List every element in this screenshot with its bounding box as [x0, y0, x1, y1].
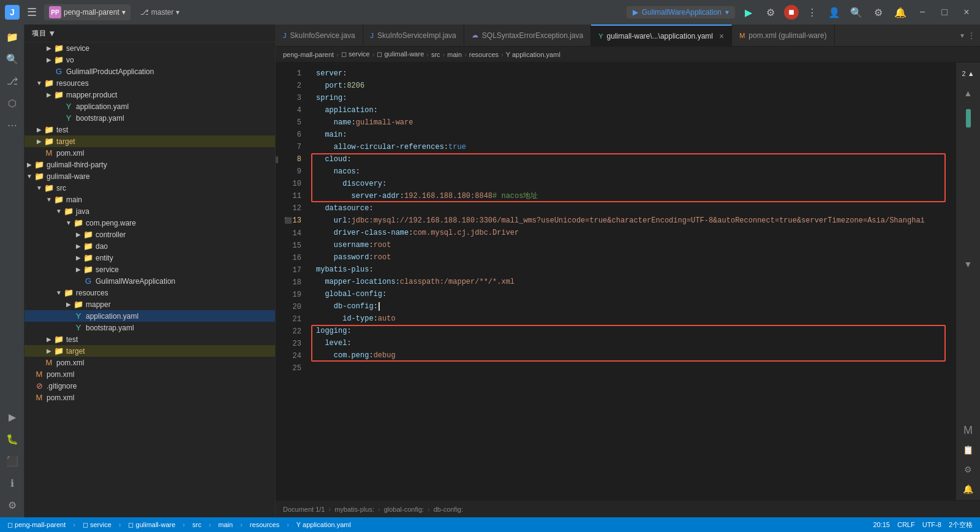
run-button[interactable]: ▶	[740, 4, 757, 21]
tab-sku-service[interactable]: J SkuInfoService.java	[276, 25, 363, 46]
editor-main[interactable]: 1 2 3 4 5 6 7 8 ⬛ 9 10 11 12 ⬛1	[276, 63, 956, 500]
status-module[interactable]: ◻ gulimall-ware	[128, 521, 175, 529]
maximize-button[interactable]: □	[936, 4, 953, 21]
right-panel-icon-1[interactable]: M	[960, 422, 977, 439]
status-line-ending[interactable]: CRLF	[897, 521, 915, 528]
scroll-down-button[interactable]: ▼	[960, 256, 977, 273]
app-name-badge[interactable]: ▶ GulimallWareApplication ▾	[627, 6, 735, 18]
status-indent[interactable]: 2个空格	[949, 520, 973, 530]
search-icon[interactable]: 🔍	[848, 4, 865, 21]
breadcrumb-item[interactable]: ◻ service	[341, 50, 370, 58]
tree-item-test2[interactable]: ▶ 📁 test	[24, 333, 275, 345]
tabs-more-button[interactable]: ⋮	[968, 31, 975, 40]
tree-item-application-yaml2[interactable]: Y application.yaml	[24, 310, 275, 322]
project-selector[interactable]: PP peng-mall-parent ▾	[44, 4, 130, 20]
tab-application-yaml[interactable]: Y gulimall-ware\...\application.yaml ×	[591, 25, 732, 46]
tree-item-entity[interactable]: ▶ 📁 entity	[24, 252, 275, 264]
breadcrumb-item[interactable]: main	[447, 51, 462, 58]
tree-item-mapper[interactable]: ▶ 📁 mapper	[24, 298, 275, 310]
tab-list-button[interactable]: ▾	[960, 31, 964, 40]
tree-item-java[interactable]: ▼ 📁 java	[24, 205, 275, 217]
tree-item-pom4[interactable]: M pom.xml	[24, 392, 275, 403]
status-position[interactable]: 20:15	[873, 521, 890, 528]
tree-item-resources2[interactable]: ▼ 📁 resources	[24, 287, 275, 298]
sidebar-icon-run[interactable]: ▶	[2, 407, 22, 427]
tree-item-controller[interactable]: ▶ 📁 controller	[24, 229, 275, 240]
tab-sku-service-impl[interactable]: J SkuInfoServiceImpl.java	[363, 25, 464, 46]
tree-item-com-peng-ware[interactable]: ▼ 📁 com.peng.ware	[24, 217, 275, 229]
tree-item-pom3[interactable]: M pom.xml	[24, 368, 275, 380]
sidebar-icon-git[interactable]: ⎇	[2, 71, 22, 91]
breadcrumb-item[interactable]: resources	[469, 51, 499, 58]
tree-item-service2[interactable]: ▶ 📁 service	[24, 264, 275, 275]
tree-item-third-party[interactable]: ▶ 📁 gulimall-third-party	[24, 159, 275, 170]
gear-icon[interactable]: ⚙	[870, 4, 887, 21]
arrow-icon: ▶	[44, 91, 54, 98]
breadcrumb-path-db[interactable]: db-config:	[434, 506, 463, 513]
sidebar-icon-extensions[interactable]: ⬡	[2, 93, 22, 113]
tree-item-resources1[interactable]: ▼ 📁 resources	[24, 77, 275, 89]
status-encoding[interactable]: UTF-8	[922, 521, 941, 528]
tab-pom[interactable]: M pom.xml (gulimall-ware)	[732, 25, 835, 46]
tree-item-gulimall-ware[interactable]: ▼ 📁 gulimall-ware	[24, 170, 275, 182]
tree-item-pom2[interactable]: M pom.xml	[24, 357, 275, 368]
tree-item-gulimall-product-app[interactable]: G GulimallProductApplication	[24, 66, 275, 77]
breadcrumb-item[interactable]: ◻ gulimall-ware	[377, 50, 424, 58]
scroll-up-button[interactable]: ▲	[960, 85, 977, 102]
breadcrumb-path-mybatis[interactable]: mybatis-plus:	[334, 506, 374, 513]
error-count-icon[interactable]: 2 ▲	[960, 65, 977, 82]
file-tree-content[interactable]: ▶ 📁 service ▶ 📁 vo G GulimallProductAppl…	[24, 42, 275, 517]
status-main[interactable]: main	[218, 521, 233, 528]
branch-selector[interactable]: ⎇ master ▾	[135, 6, 185, 18]
tree-item-pom1[interactable]: M pom.xml	[24, 147, 275, 159]
tree-item-src[interactable]: ▼ 📁 src	[24, 182, 275, 194]
tree-item-vo[interactable]: ▶ 📁 vo	[24, 54, 275, 66]
sidebar-icon-more[interactable]: ⋯	[2, 115, 22, 135]
tree-item-test1[interactable]: ▶ 📁 test	[24, 124, 275, 135]
status-src[interactable]: src	[192, 521, 202, 528]
close-button[interactable]: ×	[958, 4, 975, 21]
tree-item-bootstrap-yaml2[interactable]: Y bootstrap.yaml	[24, 322, 275, 333]
tree-item-application-yaml1[interactable]: Y application.yaml	[24, 101, 275, 112]
breadcrumb-item[interactable]: src	[431, 51, 440, 58]
tree-item-gulimall-ware-app[interactable]: G GulimallWareApplication	[24, 275, 275, 287]
tree-item-target1[interactable]: ▶ 📁 target	[24, 135, 275, 147]
tree-item-label: gulimall-third-party	[47, 161, 107, 169]
tab-close-button[interactable]: ×	[719, 31, 724, 41]
right-panel-icon-2[interactable]: 📋	[960, 441, 977, 458]
folder-icon: 📁	[54, 335, 64, 344]
tree-item-bootstrap-yaml1[interactable]: Y bootstrap.yaml	[24, 112, 275, 124]
minimize-button[interactable]: −	[914, 4, 931, 21]
right-panel-icon-3[interactable]: ⚙	[960, 461, 977, 478]
code-area[interactable]: server: port: 8206 spring: application:	[306, 63, 956, 500]
sidebar-icon-settings[interactable]: ⚙	[2, 495, 22, 515]
sidebar-icon-search[interactable]: 🔍	[2, 49, 22, 69]
status-file[interactable]: Y application.yaml	[296, 521, 351, 528]
user-icon[interactable]: 👤	[826, 4, 843, 21]
menu-icon[interactable]: ☰	[24, 3, 39, 21]
sidebar-icon-terminal[interactable]: ⬛	[2, 451, 22, 471]
stop-button[interactable]: ■	[784, 5, 799, 20]
sidebar-icon-project[interactable]: 📁	[2, 27, 22, 47]
tree-item-service1[interactable]: ▶ 📁 service	[24, 42, 275, 54]
breadcrumb-item[interactable]: peng-mall-parent	[283, 51, 334, 58]
status-service[interactable]: ◻ service	[83, 521, 111, 529]
status-resources[interactable]: resources	[250, 521, 279, 528]
tree-item-mapper-product[interactable]: ▶ 📁 mapper.product	[24, 89, 275, 101]
status-project[interactable]: ◻ peng-mall-parent	[7, 521, 66, 529]
breadcrumb-item[interactable]: Y application.yaml	[506, 51, 560, 58]
notification-icon[interactable]: 🔔	[892, 4, 909, 21]
more-options-icon[interactable]: ⋮	[804, 4, 821, 21]
sidebar-icon-info[interactable]: ℹ	[2, 473, 22, 493]
breadcrumb-path-global[interactable]: global-config:	[384, 506, 424, 513]
tree-item-main[interactable]: ▼ 📁 main	[24, 194, 275, 205]
settings-icon[interactable]: ⚙	[762, 4, 779, 21]
file-tree-dropdown[interactable]: ▾	[50, 28, 55, 38]
tree-item-gitignore[interactable]: ⊘ .gitignore	[24, 380, 275, 392]
tab-sql-exception[interactable]: ☁ SQLSyntaxErrorException.java	[464, 25, 591, 46]
tab-icon: J	[283, 32, 287, 39]
tree-item-dao[interactable]: ▶ 📁 dao	[24, 240, 275, 252]
right-panel-icon-4[interactable]: 🔔	[960, 481, 977, 498]
sidebar-icon-debug[interactable]: 🐛	[2, 429, 22, 449]
tree-item-target2[interactable]: ▶ 📁 target	[24, 345, 275, 357]
